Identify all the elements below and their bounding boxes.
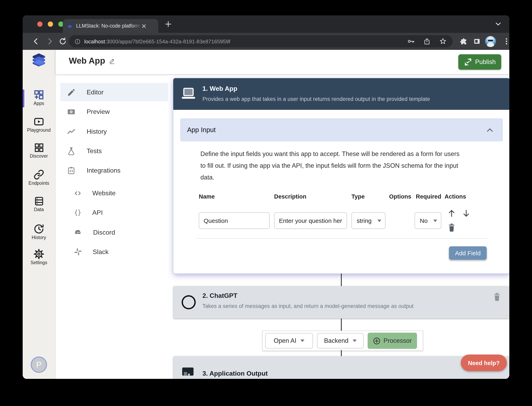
- curly-braces-icon: [74, 209, 82, 217]
- browser-toolbar: localhost:3000/apps/7bf2e665-154a-432a-8…: [23, 33, 509, 50]
- page-header: Web App Publish: [56, 50, 509, 74]
- nav-item-api[interactable]: API: [60, 203, 168, 222]
- step-1-subtitle: Provides a web app that takes in a user …: [202, 96, 430, 102]
- chevron-down-icon: [433, 219, 437, 222]
- move-up-icon[interactable]: [447, 209, 456, 218]
- llmstack-logo[interactable]: [23, 52, 55, 68]
- connector-line: [341, 274, 342, 286]
- side-panel-icon[interactable]: [473, 37, 481, 45]
- edit-title-icon[interactable]: [109, 58, 115, 64]
- step-2-subtitle: Takes a series of messages as input, and…: [202, 303, 414, 309]
- bookmark-star-icon[interactable]: [439, 37, 447, 45]
- step-3-application-output-card[interactable]: 3. Application Output: [173, 356, 509, 379]
- window-minimize-button[interactable]: [48, 22, 53, 27]
- chevron-down-icon: [300, 340, 305, 342]
- password-key-icon[interactable]: [407, 37, 415, 45]
- extensions-puzzle-icon[interactable]: [459, 37, 467, 45]
- editor-scroll-area[interactable]: Editor Preview History Tests: [56, 74, 509, 379]
- row-divider: [196, 238, 488, 239]
- tab-search-chevron-icon[interactable]: [495, 22, 501, 27]
- sidebar-item-apps[interactable]: Apps: [23, 90, 55, 106]
- category-select[interactable]: Backend: [317, 333, 364, 348]
- slack-icon: [74, 247, 82, 256]
- preview-eye-icon: [67, 107, 76, 116]
- desktop-background: LLMStack: No-code platform to: [0, 0, 532, 406]
- app-input-section-header[interactable]: App Input: [180, 118, 503, 141]
- field-name-input[interactable]: [199, 212, 270, 229]
- new-tab-button[interactable]: [165, 21, 172, 28]
- field-required-select[interactable]: No: [415, 212, 441, 229]
- add-processor-button[interactable]: Processor: [368, 333, 417, 349]
- profile-avatar[interactable]: [485, 36, 496, 47]
- nav-item-tests[interactable]: Tests: [60, 142, 168, 160]
- share-icon[interactable]: [423, 37, 431, 45]
- collapse-chevron-up-icon[interactable]: [487, 128, 493, 132]
- monitor-icon: [181, 367, 194, 378]
- browser-menu-icon[interactable]: [503, 37, 509, 45]
- nav-item-discord[interactable]: Discord: [60, 223, 168, 241]
- openai-logo-icon: [180, 294, 197, 311]
- tab-title: LLMStack: No-code platform to: [76, 23, 142, 29]
- reload-button[interactable]: [58, 37, 67, 46]
- connector-line: [341, 319, 342, 331]
- page-title: Web App: [69, 56, 115, 66]
- chevron-down-icon: [352, 340, 356, 342]
- nav-item-history[interactable]: History: [60, 122, 168, 141]
- column-header-actions: Actions: [445, 193, 466, 200]
- step-1-header: 1. Web App Provides a web app that takes…: [173, 78, 509, 110]
- nav-item-preview[interactable]: Preview: [60, 102, 168, 121]
- site-info-icon[interactable]: [74, 38, 81, 44]
- tab-favicon-llmstack: [67, 23, 73, 29]
- browser-tab-bar: LLMStack: No-code platform to: [23, 15, 509, 33]
- provider-select[interactable]: Open AI: [265, 333, 313, 348]
- browser-tab[interactable]: LLMStack: No-code platform to: [63, 19, 158, 33]
- laptop-icon: [181, 87, 196, 101]
- forward-button[interactable]: [45, 37, 54, 46]
- nav-item-slack[interactable]: Slack: [60, 243, 168, 261]
- step-1-web-app-card: 1. Web App Provides a web app that takes…: [173, 78, 509, 274]
- column-header-required: Required: [416, 193, 441, 200]
- column-header-options: Options: [389, 193, 411, 200]
- add-field-button[interactable]: Add Field: [449, 246, 487, 260]
- step-3-title: 3. Application Output: [202, 370, 268, 377]
- flask-icon: [67, 146, 76, 155]
- step-1-title: 1. Web App: [202, 85, 237, 92]
- back-button[interactable]: [32, 37, 41, 46]
- chevron-down-icon: [377, 219, 381, 222]
- nav-item-integrations[interactable]: Integrations: [60, 161, 168, 180]
- sidebar-item-history[interactable]: History: [23, 224, 55, 240]
- code-brackets-icon: [74, 189, 82, 197]
- window-close-button[interactable]: [37, 22, 43, 27]
- pencil-icon: [67, 88, 76, 97]
- browser-window: LLMStack: No-code platform to: [23, 15, 509, 379]
- need-help-button[interactable]: Need help?: [461, 355, 507, 371]
- plus-circle-icon: [373, 337, 381, 345]
- clipboard-code-icon: [67, 166, 76, 175]
- user-avatar[interactable]: P: [31, 356, 47, 373]
- column-header-name: Name: [199, 193, 215, 200]
- move-down-icon[interactable]: [461, 209, 471, 218]
- sidebar-item-data[interactable]: Data: [23, 196, 55, 212]
- step-2-title: 2. ChatGPT: [202, 292, 237, 299]
- delete-field-trash-icon[interactable]: [448, 223, 455, 232]
- app-input-description: Define the input fields you want this ap…: [200, 148, 488, 183]
- address-bar[interactable]: localhost:3000/apps/7bf2e665-154a-432a-8…: [69, 35, 453, 47]
- app-sidebar: Apps Playground Discover Endpoints Data: [23, 50, 56, 379]
- sidebar-item-endpoints[interactable]: Endpoints: [23, 169, 55, 186]
- publish-sync-check-icon: [464, 58, 472, 66]
- publish-button[interactable]: Publish: [458, 54, 501, 70]
- tab-close-icon[interactable]: [142, 24, 146, 28]
- trend-line-icon: [67, 127, 76, 136]
- discord-icon: [74, 228, 83, 237]
- delete-step-trash-icon[interactable]: [493, 293, 501, 301]
- sidebar-item-discover[interactable]: Discover: [23, 143, 55, 159]
- nav-item-website[interactable]: Website: [60, 184, 168, 202]
- nav-item-editor[interactable]: Editor: [60, 83, 168, 101]
- app-input-title: App Input: [187, 126, 216, 134]
- column-header-description: Description: [274, 193, 306, 200]
- field-description-input[interactable]: [274, 212, 347, 229]
- sidebar-item-playground[interactable]: Playground: [23, 116, 55, 132]
- sidebar-item-settings[interactable]: Settings: [23, 249, 55, 265]
- step-2-chatgpt-card[interactable]: 2. ChatGPT Takes a series of messages as…: [173, 286, 509, 319]
- field-type-select[interactable]: string: [351, 212, 385, 229]
